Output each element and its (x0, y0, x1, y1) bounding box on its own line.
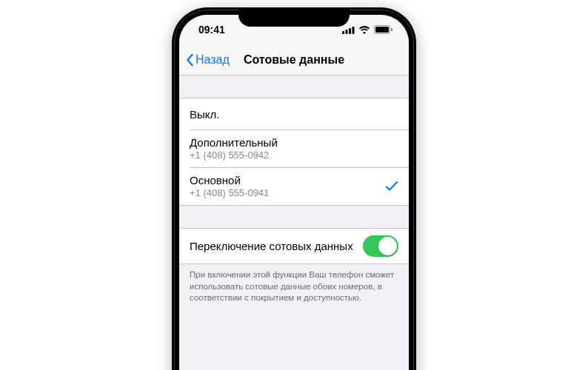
svg-rect-3 (353, 27, 355, 34)
notch (238, 7, 350, 27)
status-time: 09:41 (198, 24, 225, 36)
page-title: Сотовые данные (244, 53, 344, 67)
switching-row: Переключение сотовых данных (179, 229, 409, 263)
checkmark-icon (385, 180, 398, 193)
screen: 09:41 Назад Сотовые данные Выкл. (179, 15, 409, 370)
back-label: Назад (196, 53, 230, 67)
chevron-left-icon (185, 53, 194, 67)
option-primary-label: Основной (190, 174, 269, 186)
svg-rect-0 (342, 31, 344, 34)
switching-group: Переключение сотовых данных (179, 228, 409, 264)
wifi-icon (358, 26, 370, 34)
battery-icon (374, 25, 392, 34)
option-secondary[interactable]: Дополнительный +1 (408) 555-0942 (179, 130, 409, 167)
svg-rect-6 (391, 28, 392, 31)
option-off-label: Выкл. (190, 108, 219, 121)
line-selection-group: Выкл. Дополнительный +1 (408) 555-0942 О… (179, 98, 409, 206)
option-primary[interactable]: Основной +1 (408) 555-0941 (179, 167, 409, 205)
svg-rect-1 (346, 30, 348, 34)
option-off[interactable]: Выкл. (179, 98, 409, 130)
back-button[interactable]: Назад (185, 53, 230, 67)
status-indicators (342, 25, 392, 34)
option-secondary-label: Дополнительный (190, 136, 278, 149)
switching-label: Переключение сотовых данных (190, 240, 353, 252)
switching-footer: При включении этой функции Ваш телефон с… (179, 264, 409, 304)
svg-rect-5 (375, 27, 389, 33)
phone-frame: 09:41 Назад Сотовые данные Выкл. (172, 7, 416, 370)
option-secondary-number: +1 (408) 555-0942 (190, 149, 278, 161)
content: Выкл. Дополнительный +1 (408) 555-0942 О… (179, 75, 409, 304)
nav-bar: Назад Сотовые данные (179, 44, 409, 75)
option-primary-number: +1 (408) 555-0941 (190, 187, 269, 198)
signal-icon (342, 26, 355, 34)
switching-toggle[interactable] (363, 235, 398, 257)
svg-rect-2 (349, 28, 351, 34)
